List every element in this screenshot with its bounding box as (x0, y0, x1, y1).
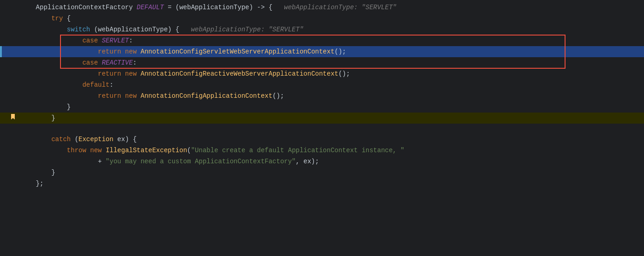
line-gutter (0, 68, 18, 79)
token-plain (20, 37, 82, 44)
token-plain: (webApplicationType) { (90, 26, 191, 33)
token-reactive: REACTIVE (102, 59, 132, 66)
code-line: try { (0, 13, 644, 24)
line-text: ApplicationContextFactory DEFAULT = (web… (18, 2, 644, 13)
token-plain: { (63, 15, 71, 22)
token-plain: (); (338, 70, 350, 77)
token-kw: catch (51, 136, 71, 143)
token-servlet: SERVLET (102, 37, 129, 44)
token-plain: , ex); (296, 158, 319, 165)
line-text: + "you may need a custom ApplicationCont… (18, 156, 644, 167)
line-gutter (0, 124, 18, 134)
token-plain: }; (20, 180, 43, 187)
line-gutter (0, 134, 18, 145)
token-kw-blue: switch (67, 26, 90, 33)
token-plain: : (129, 37, 132, 44)
token-plain (20, 59, 82, 66)
code-area: ApplicationContextFactory DEFAULT = (web… (0, 0, 644, 189)
line-text: try { (18, 13, 644, 24)
line-text: } (18, 113, 644, 124)
token-plain (20, 136, 51, 143)
token-plain: } (20, 103, 71, 111)
line-text: return new AnnotationConfigReactiveWebSe… (18, 68, 644, 79)
token-plain: : (133, 59, 137, 66)
line-text: catch (Exception ex) { (18, 134, 644, 145)
line-gutter (0, 167, 18, 178)
code-line: default: (0, 79, 644, 90)
line-gutter (0, 57, 18, 68)
token-plain: ApplicationContextFactory (20, 4, 137, 11)
code-line: return new AnnotationConfigServletWebSer… (0, 46, 644, 57)
line-text: switch (webApplicationType) { webApplica… (18, 24, 644, 35)
token-plain: ( (71, 136, 78, 143)
line-text: throw new IllegalStateException("Unable … (18, 145, 644, 156)
line-text: } (18, 101, 644, 113)
token-plain (20, 26, 67, 33)
token-plain (121, 92, 125, 100)
code-line: ApplicationContextFactory DEFAULT = (web… (0, 2, 644, 13)
token-plain (121, 48, 125, 55)
line-gutter (0, 178, 18, 189)
token-plain: : (109, 81, 113, 89)
line-gutter (0, 24, 18, 35)
token-kw: return (98, 70, 121, 77)
bookmark-icon (10, 114, 16, 122)
code-line: case REACTIVE: (0, 57, 644, 68)
line-gutter (0, 13, 18, 24)
token-plain (20, 92, 98, 100)
token-kw: new (125, 92, 137, 100)
token-plain (20, 81, 82, 89)
token-plain (20, 48, 98, 55)
line-text: } (18, 167, 644, 178)
token-string: "Unable create a default ApplicationCont… (191, 147, 404, 154)
code-line: catch (Exception ex) { (0, 134, 644, 145)
line-gutter (0, 2, 18, 13)
token-plain: } (20, 114, 55, 122)
token-plain (121, 70, 125, 77)
token-class-name: IllegalStateException (106, 147, 187, 154)
token-kw: return (98, 48, 121, 55)
line-gutter (0, 145, 18, 156)
token-string: "you may need a custom ApplicationContex… (106, 158, 296, 165)
code-line: return new AnnotationConfigReactiveWebSe… (0, 68, 644, 79)
token-plain (20, 147, 67, 154)
line-gutter (0, 90, 18, 101)
code-line: case SERVLET: (0, 35, 644, 46)
code-editor: ApplicationContextFactory DEFAULT = (web… (0, 0, 644, 256)
token-class-name: AnnotationConfigServletWebServerApplicat… (140, 48, 334, 55)
token-plain: ( (187, 147, 191, 154)
token-kw: try (51, 15, 63, 22)
token-kw: new (125, 48, 137, 55)
code-line: switch (webApplicationType) { webApplica… (0, 24, 644, 35)
line-text: return new AnnotationConfigApplicationCo… (18, 90, 644, 101)
token-kw: throw (67, 147, 86, 154)
token-plain: + (20, 158, 106, 165)
token-kw: new (90, 147, 102, 154)
line-text: case SERVLET: (18, 35, 644, 46)
token-plain (86, 147, 90, 154)
code-line (0, 124, 644, 134)
code-line: + "you may need a custom ApplicationCont… (0, 156, 644, 167)
line-text (18, 124, 644, 134)
line-gutter (0, 46, 18, 57)
token-plain (20, 15, 51, 22)
line-text: return new AnnotationConfigServletWebSer… (18, 46, 644, 57)
token-plain: (); (272, 92, 284, 100)
token-comment: webApplicationType: "SERVLET" (284, 4, 397, 11)
token-kw: return (98, 92, 121, 100)
token-class-name: Exception (78, 136, 114, 143)
token-kw: case (82, 37, 98, 44)
line-gutter (0, 101, 18, 113)
token-plain: (); (335, 48, 346, 55)
token-kw: new (125, 70, 137, 77)
token-class-name: AnnotationConfigReactiveWebServerApplica… (140, 70, 338, 77)
code-line: } (0, 113, 644, 124)
line-gutter (0, 113, 18, 124)
line-text: }; (18, 178, 644, 189)
line-gutter (0, 156, 18, 167)
token-class-name: AnnotationConfigApplicationContext (140, 92, 272, 100)
token-kw: default (82, 81, 109, 89)
code-line: return new AnnotationConfigApplicationCo… (0, 90, 644, 101)
code-line: throw new IllegalStateException("Unable … (0, 145, 644, 156)
token-servlet: DEFAULT (137, 4, 164, 11)
